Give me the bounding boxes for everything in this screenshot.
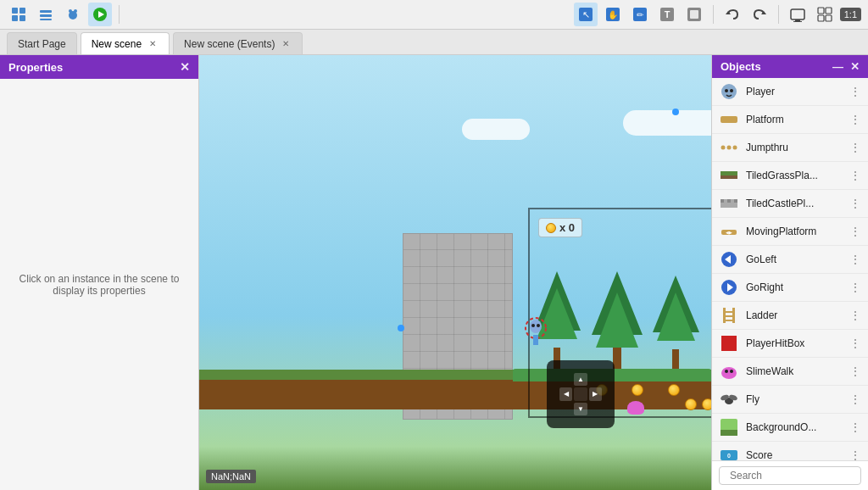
object-item-tiledcastle[interactable]: TiledCastlePl... ⋮ xyxy=(712,190,868,218)
undo-icon[interactable] xyxy=(721,3,744,26)
preview-icon[interactable] xyxy=(786,3,810,26)
joystick-center xyxy=(574,387,587,400)
cursor-tool-icon[interactable]: ↖ xyxy=(574,3,598,26)
object-item-background[interactable]: BackgroundO... ⋮ xyxy=(712,414,868,442)
svg-text:T: T xyxy=(664,9,670,19)
goleft-menu-button[interactable]: ⋮ xyxy=(849,253,861,266)
shapes-tool-icon[interactable] xyxy=(682,3,706,26)
object-item-player[interactable]: Player ⋮ xyxy=(712,78,868,106)
object-item-fly[interactable]: Fly ⋮ xyxy=(712,386,868,414)
properties-close-button[interactable]: ✕ xyxy=(180,60,190,74)
svg-text:✋: ✋ xyxy=(608,9,619,20)
player-character xyxy=(524,316,548,347)
platform-menu-button[interactable]: ⋮ xyxy=(849,113,861,126)
tab-new-scene-close[interactable]: ✕ xyxy=(147,38,159,50)
svg-rect-21 xyxy=(690,10,698,19)
joystick-down[interactable]: ▼ xyxy=(574,403,587,415)
svg-point-78 xyxy=(725,370,728,373)
search-input[interactable] xyxy=(730,470,857,482)
svg-point-49 xyxy=(531,324,535,327)
svg-rect-1 xyxy=(19,8,25,14)
tiledcastle-menu-button[interactable]: ⋮ xyxy=(849,197,861,210)
object-item-movingplatform[interactable]: ◀▶ MovingPlatform ⋮ xyxy=(712,218,868,246)
player-menu-button[interactable]: ⋮ xyxy=(849,85,861,98)
tab-start-page[interactable]: Start Page xyxy=(7,32,77,54)
goright-label: GoRight xyxy=(746,281,843,293)
object-item-playerhitbox[interactable]: PlayerHitBox ⋮ xyxy=(712,330,868,358)
tiledgrass-menu-button[interactable]: ⋮ xyxy=(849,169,861,182)
svg-rect-73 xyxy=(723,311,735,313)
canvas-area[interactable]: x 0 ▲ ◀ ▶ ▼ xyxy=(199,55,711,490)
goright-thumbnail xyxy=(719,277,739,298)
play-icon[interactable] xyxy=(88,3,112,26)
svg-rect-24 xyxy=(791,9,804,19)
playerhitbox-menu-button[interactable]: ⋮ xyxy=(849,337,861,350)
jumpthru-menu-button[interactable]: ⋮ xyxy=(849,141,861,154)
svg-rect-0 xyxy=(12,8,18,14)
goleft-label: GoLeft xyxy=(746,253,843,265)
svg-rect-27 xyxy=(818,8,824,14)
tab-events-close[interactable]: ✕ xyxy=(280,38,292,50)
separator-1 xyxy=(119,5,120,24)
goright-menu-button[interactable]: ⋮ xyxy=(849,281,861,294)
svg-rect-4 xyxy=(40,10,52,13)
properties-header: Properties ✕ xyxy=(0,55,198,79)
joystick-up[interactable]: ▲ xyxy=(574,373,587,386)
joystick-bl xyxy=(559,403,572,415)
object-item-platform[interactable]: Platform ⋮ xyxy=(712,106,868,134)
objects-minimize-button[interactable]: — xyxy=(832,60,843,73)
object-item-ladder[interactable]: Ladder ⋮ xyxy=(712,302,868,330)
grid-icon[interactable] xyxy=(7,3,31,26)
object-item-goright[interactable]: GoRight ⋮ xyxy=(712,274,868,302)
fly-menu-button[interactable]: ⋮ xyxy=(849,393,861,406)
svg-rect-63 xyxy=(727,199,731,203)
svg-rect-75 xyxy=(723,320,735,321)
svg-point-79 xyxy=(730,370,733,373)
svg-point-52 xyxy=(721,84,737,99)
hand-tool-icon[interactable]: ✋ xyxy=(601,3,625,26)
cloud-2 xyxy=(623,110,711,136)
svg-rect-30 xyxy=(826,15,832,21)
svg-point-50 xyxy=(537,324,540,327)
object-item-tiledgrass[interactable]: TiledGrassPla... ⋮ xyxy=(712,162,868,190)
nan-badge: NaN;NaN xyxy=(206,470,256,483)
cloud-1 xyxy=(462,119,530,140)
object-item-slimewalk[interactable]: SlimeWalk ⋮ xyxy=(712,358,868,386)
joystick-tl xyxy=(559,373,572,386)
movingplatform-thumbnail: ◀▶ xyxy=(719,221,739,242)
object-item-goleft[interactable]: GoLeft ⋮ xyxy=(712,246,868,274)
joystick-control[interactable]: ▲ ◀ ▶ ▼ xyxy=(547,360,615,428)
blue-dot-handle[interactable] xyxy=(398,325,404,331)
edit-tool-icon[interactable]: ✏ xyxy=(628,3,652,26)
text-tool-icon[interactable]: T xyxy=(655,3,679,26)
coin-4 xyxy=(685,398,697,410)
joystick-left[interactable]: ◀ xyxy=(559,387,572,400)
ladder-thumbnail xyxy=(719,305,739,326)
bug-icon[interactable] xyxy=(61,3,85,26)
score-menu-button[interactable]: ⋮ xyxy=(849,448,861,460)
search-input-wrap[interactable] xyxy=(719,466,861,485)
movingplatform-menu-button[interactable]: ⋮ xyxy=(849,225,861,238)
joystick-right[interactable]: ▶ xyxy=(589,387,602,400)
background-menu-button[interactable]: ⋮ xyxy=(849,420,861,434)
svg-point-57 xyxy=(727,146,732,150)
svg-rect-60 xyxy=(721,171,737,175)
tab-new-scene-events[interactable]: New scene (Events) ✕ xyxy=(173,32,303,54)
svg-point-48 xyxy=(530,320,542,333)
svg-rect-64 xyxy=(734,199,737,203)
ladder-menu-button[interactable]: ⋮ xyxy=(849,309,861,322)
grid-layout-icon[interactable] xyxy=(813,3,837,26)
blue-dot-top[interactable] xyxy=(672,109,679,115)
tab-new-scene[interactable]: New scene ✕ xyxy=(81,32,170,54)
object-item-jumpthru[interactable]: Jumpthru ⋮ xyxy=(712,134,868,162)
tiledgrass-label: TiledGrassPla... xyxy=(746,170,843,181)
layers-icon[interactable] xyxy=(34,3,58,26)
svg-rect-55 xyxy=(721,116,737,123)
object-item-score[interactable]: 0 Score ⋮ xyxy=(712,442,868,460)
slimewalk-menu-button[interactable]: ⋮ xyxy=(849,365,861,378)
svg-rect-2 xyxy=(12,15,18,21)
fly-thumbnail xyxy=(719,389,739,409)
objects-close-button[interactable]: ✕ xyxy=(850,60,860,73)
svg-point-9 xyxy=(74,9,77,13)
redo-icon[interactable] xyxy=(748,3,771,26)
